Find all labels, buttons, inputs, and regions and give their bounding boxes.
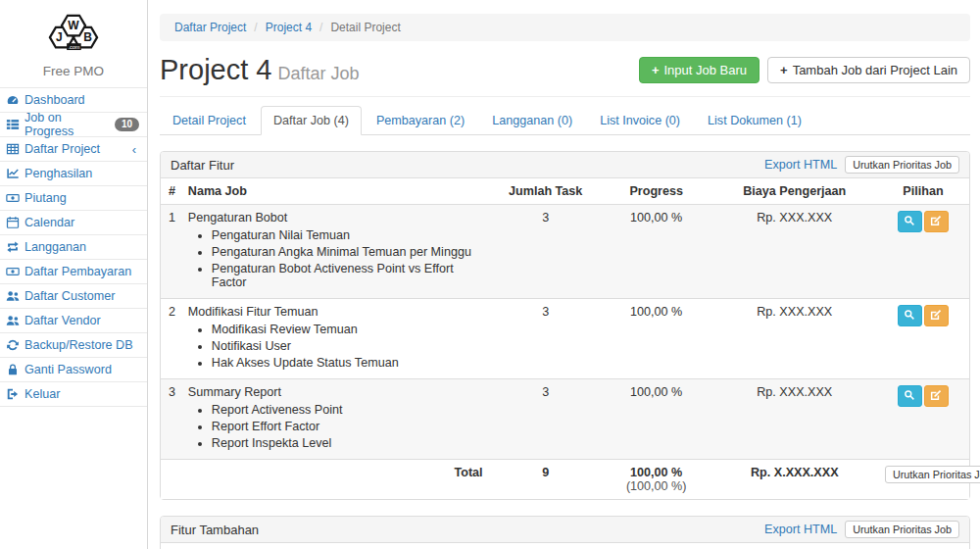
sort-priority-button[interactable]: Urutkan Prioritas Job: [845, 156, 959, 174]
panel-daftar-fitur: Daftar FiturExport HTMLUrutkan Prioritas…: [160, 151, 970, 500]
view-job-button[interactable]: [898, 305, 922, 326]
sidebar-item-ganti-password[interactable]: Ganti Password: [0, 358, 147, 381]
money-icon: [6, 191, 20, 205]
tab-link[interactable]: Pembayaran (2): [364, 106, 477, 135]
view-job-button[interactable]: [898, 211, 922, 232]
column-header: Jumlah Task: [353, 543, 470, 549]
edit-icon: [930, 215, 942, 229]
job-name-cell: Pengaturan BobotPengaturan Nilai TemuanP…: [180, 205, 491, 299]
sidebar-menu-row: Penghasilan: [0, 162, 147, 186]
tambah-job-button[interactable]: +Tambah Job dari Project Lain: [767, 57, 970, 83]
row-number-cell: 1: [161, 205, 180, 299]
column-header: Nama Job: [180, 543, 354, 549]
users-icon: [6, 314, 20, 327]
sidebar-menu-row: Langganan: [0, 235, 147, 260]
total-label: Total: [180, 460, 491, 500]
breadcrumb-link[interactable]: Daftar Project: [174, 21, 246, 34]
tab-daftar-job-4: Daftar Job (4): [261, 106, 362, 135]
sidebar-menu-row: Daftar Vendor: [0, 309, 147, 333]
export-html-link[interactable]: Export HTML: [764, 523, 837, 536]
sidebar-item-label: Daftar Vendor: [24, 314, 101, 327]
sidebar-item-label: Langganan: [24, 240, 86, 254]
sidebar-item-penghasilan[interactable]: Penghasilan: [0, 162, 147, 185]
sidebar-item-piutang[interactable]: Piutang: [0, 186, 147, 210]
edit-job-button[interactable]: [924, 211, 949, 232]
export-html-link[interactable]: Export HTML: [764, 158, 837, 172]
project-tabs: Detail ProjectDaftar Job (4)Pembayaran (…: [160, 106, 970, 135]
subtask-item: Report Activeness Point: [212, 403, 483, 417]
sort-priority-button[interactable]: Urutkan Prioritas Job: [885, 466, 980, 483]
subtask-item: Notifikasi User: [212, 339, 483, 353]
column-header: Pilihan: [877, 178, 969, 205]
sidebar-menu-row: Calendar: [0, 211, 147, 235]
logo-letter-b: B: [83, 30, 92, 44]
sidebar-item-calendar[interactable]: Calendar: [0, 211, 147, 234]
panel-heading-actions: Export HTMLUrutkan Prioritas Job: [764, 156, 959, 174]
sidebar-item-daftar-pembayaran[interactable]: Daftar Pembayaran: [0, 260, 147, 283]
view-job-button[interactable]: [898, 385, 922, 407]
tab-link[interactable]: List Invoice (0): [587, 106, 693, 135]
actions-cell: [877, 205, 969, 299]
overall-progress-value: (100,00 %): [626, 479, 687, 493]
panel-fitur-tambahan: Fitur TambahanExport HTMLUrutkan Priorit…: [160, 516, 970, 549]
jwb-logo-icon: J W B .com: [31, 7, 116, 58]
total-cost: Rp. X.XXX.XXX: [712, 460, 877, 500]
row-number-cell: 2: [161, 299, 180, 379]
jobs-table: #Nama JobJumlah TaskProgressBiaya Penger…: [161, 543, 969, 549]
tab-detail-project: Detail Project: [160, 106, 259, 135]
header-buttons: +Input Job Baru+Tambah Job dari Project …: [639, 57, 970, 83]
breadcrumb: Daftar ProjectProject 4Detail Project: [160, 14, 970, 41]
main-content: Daftar ProjectProject 4Detail Project Pr…: [148, 0, 980, 549]
table-icon: [6, 142, 20, 156]
job-name: Pengaturan Bobot: [188, 211, 483, 225]
sidebar-item-daftar-project[interactable]: Daftar Project‹: [0, 137, 147, 161]
sidebar-item-label: Daftar Project: [24, 142, 100, 156]
sidebar-item-label: Keluar: [24, 387, 60, 401]
total-tasks: 9: [491, 460, 601, 500]
sidebar-item-daftar-vendor[interactable]: Daftar Vendor: [0, 309, 147, 332]
sidebar-item-backup-restore-db[interactable]: Backup/Restore DB: [0, 333, 147, 357]
tab-link[interactable]: Daftar Job (4): [261, 106, 362, 135]
sidebar-item-keluar[interactable]: Keluar: [0, 382, 147, 406]
subtask-item: Pengaturan Bobot Activeness Point vs Eff…: [212, 262, 483, 289]
page-subtitle: Daftar Job: [277, 64, 359, 83]
sidebar-item-langganan[interactable]: Langganan: [0, 235, 147, 259]
sidebar-item-job-on-progress[interactable]: Job on Progress10: [0, 113, 147, 136]
progress-cell: 100,00 %: [601, 379, 712, 460]
sidebar-menu-row: Keluar: [0, 382, 147, 407]
sort-priority-button[interactable]: Urutkan Prioritas Job: [845, 521, 959, 538]
column-header: Biaya Pengerjaan: [712, 178, 877, 205]
logo-suffix: .com: [68, 44, 79, 50]
subtask-item: Report Effort Factor: [212, 420, 483, 433]
column-header: Jumlah Task: [491, 178, 601, 205]
breadcrumb-link[interactable]: Project 4: [266, 21, 312, 34]
tab-link[interactable]: Detail Project: [160, 106, 259, 135]
page-title: Project 4: [160, 54, 271, 85]
job-name: Modifikasi Fitur Temuan: [188, 305, 483, 319]
sidebar-item-dashboard[interactable]: Dashboard: [0, 88, 147, 112]
sidebar-menu-row: Job on Progress10: [0, 113, 147, 137]
money-icon: [6, 265, 20, 278]
panel-title: Daftar Fitur: [171, 158, 234, 173]
plus-icon: +: [780, 63, 788, 77]
input-job-baru-button[interactable]: +Input Job Baru: [639, 57, 760, 83]
tab-link[interactable]: Langganan (0): [479, 106, 585, 135]
cost-cell: Rp. XXX.XXX: [712, 299, 877, 379]
subtask-item: Pengaturan Angka Minimal Temuan per Ming…: [212, 245, 483, 259]
column-header: #: [161, 178, 180, 205]
tab-link[interactable]: List Dokumen (1): [695, 106, 814, 135]
breadcrumb-current: Detail Project: [312, 21, 401, 34]
sidebar-menu-row: Backup/Restore DB: [0, 333, 147, 358]
jobs-table: #Nama JobJumlah TaskProgressBiaya Penger…: [161, 178, 969, 499]
edit-job-button[interactable]: [924, 305, 949, 326]
tab-list-dokumen-1: List Dokumen (1): [695, 106, 814, 135]
table-row: 1Pengaturan BobotPengaturan Nilai Temuan…: [161, 205, 969, 299]
total-progress-value: 100,00 %: [630, 466, 682, 479]
edit-icon: [930, 389, 942, 404]
sidebar-item-daftar-customer[interactable]: Daftar Customer: [0, 284, 147, 308]
column-header: Pilihan: [870, 543, 969, 549]
app-logo[interactable]: J W B .com: [0, 0, 147, 61]
brand-name: Free PMO: [0, 61, 147, 87]
edit-job-button[interactable]: [924, 385, 949, 407]
total-progress: 100,00 % (100,00 %): [601, 460, 712, 500]
